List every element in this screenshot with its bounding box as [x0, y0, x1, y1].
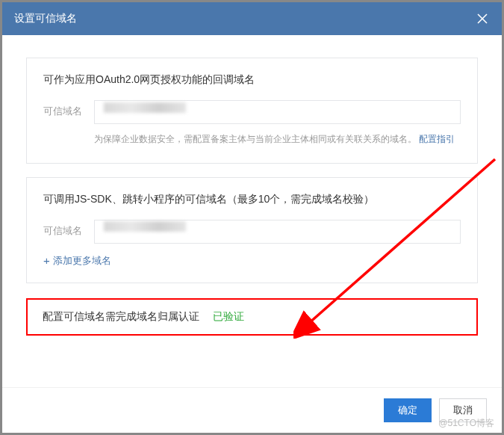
oauth-domain-input[interactable] — [94, 100, 461, 124]
verify-section: 配置可信域名需完成域名归属认证 已验证 — [26, 298, 478, 336]
oauth-field-label: 可信域名 — [43, 100, 85, 118]
add-more-domain-button[interactable]: + 添加更多域名 — [43, 254, 461, 268]
confirm-button[interactable]: 确定 — [384, 398, 432, 422]
dialog-title: 设置可信域名 — [14, 12, 77, 25]
dialog-body: 可作为应用OAuth2.0网页授权功能的回调域名 可信域名 为保障企业数据安全，… — [2, 35, 502, 387]
jssdk-domain-input[interactable] — [94, 220, 461, 244]
redacted-domain — [104, 102, 186, 113]
close-icon — [477, 13, 488, 24]
config-guide-link[interactable]: 配置指引 — [419, 134, 455, 144]
redacted-domain — [104, 221, 186, 232]
jssdk-section: 可调用JS-SDK、跳转小程序的可信域名（最多10个，需完成域名校验） 可信域名… — [26, 177, 478, 283]
jssdk-section-title: 可调用JS-SDK、跳转小程序的可信域名（最多10个，需完成域名校验） — [43, 193, 461, 206]
add-more-label: 添加更多域名 — [53, 254, 111, 268]
oauth-section: 可作为应用OAuth2.0网页授权功能的回调域名 可信域名 为保障企业数据安全，… — [26, 58, 478, 164]
jssdk-field-row: 可信域名 — [43, 220, 461, 244]
watermark: @51CTO博客 — [438, 417, 494, 430]
dialog-footer: 确定 取消 — [2, 387, 502, 433]
trusted-domain-dialog: 设置可信域名 可作为应用OAuth2.0网页授权功能的回调域名 可信域名 为保障… — [2, 2, 502, 433]
oauth-hint: 为保障企业数据安全，需配置备案主体与当前企业主体相同或有关联关系的域名。 配置指… — [94, 132, 461, 148]
close-button[interactable] — [475, 11, 490, 26]
dialog-header: 设置可信域名 — [2, 2, 502, 35]
jssdk-field-label: 可信域名 — [43, 220, 85, 238]
plus-icon: + — [43, 255, 50, 266]
verify-text: 配置可信域名需完成域名归属认证 — [43, 310, 199, 324]
oauth-section-title: 可作为应用OAuth2.0网页授权功能的回调域名 — [43, 73, 461, 87]
oauth-field-row: 可信域名 为保障企业数据安全，需配置备案主体与当前企业主体相同或有关联关系的域名… — [43, 100, 461, 148]
verify-status: 已验证 — [213, 310, 244, 324]
